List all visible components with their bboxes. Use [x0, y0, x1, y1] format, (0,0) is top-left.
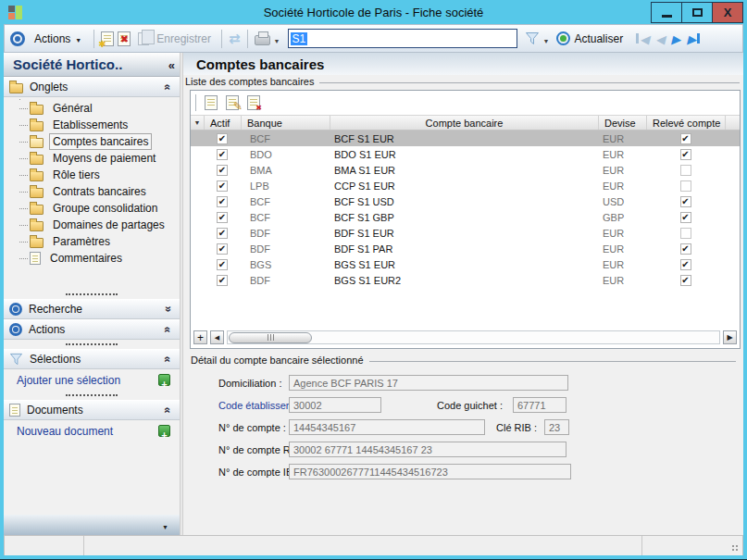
refresh-icon[interactable]	[229, 31, 241, 47]
table-row[interactable]: BDFBDF S1 PAREUR	[191, 241, 740, 256]
last-record-button[interactable]	[685, 30, 702, 48]
column-header-devise[interactable]: Devise	[598, 116, 646, 130]
section-header-documents[interactable]: Documents	[4, 400, 180, 420]
close-button[interactable]: X	[712, 2, 743, 23]
actif-checkbox[interactable]	[217, 149, 228, 160]
grid-edit-button[interactable]	[226, 95, 239, 110]
collapse-section-icon[interactable]	[165, 404, 171, 417]
sidebar-item-comptes-bancaires[interactable]: Comptes bancaires	[4, 133, 180, 150]
releve-checkbox[interactable]	[680, 149, 691, 160]
next-record-button[interactable]	[669, 30, 682, 48]
releve-checkbox[interactable]	[680, 133, 691, 144]
releve-checkbox[interactable]	[680, 275, 691, 286]
sidebar-item-moyens-de-paiement[interactable]: Moyens de paiement	[4, 150, 180, 167]
add-selection-link[interactable]: Ajouter une sélection	[17, 374, 158, 387]
table-row[interactable]: BMABMA S1 EUREUR	[191, 162, 740, 178]
actif-checkbox[interactable]	[217, 180, 228, 192]
table-row[interactable]: BCFBCF S1 EUREUR	[191, 131, 740, 146]
domiciliation-field[interactable]: Agence BCF PARIS 17	[289, 375, 568, 391]
section-header-selections[interactable]: Sélections	[4, 349, 180, 369]
actif-checkbox[interactable]	[217, 259, 228, 270]
actif-checkbox[interactable]	[217, 133, 228, 144]
grid-delete-button[interactable]	[247, 95, 260, 110]
sidebar-splitter[interactable]	[4, 391, 180, 400]
expand-section-icon[interactable]	[165, 303, 171, 316]
sidebar-item-contrats-bancaires[interactable]: Contrats bancaires	[4, 183, 180, 200]
sidebar-splitter[interactable]	[4, 290, 180, 299]
releve-checkbox[interactable]	[680, 243, 691, 255]
column-header-banque[interactable]: Banque	[241, 116, 330, 130]
collapse-section-icon[interactable]	[165, 81, 171, 93]
sidebar-splitter[interactable]	[4, 340, 180, 349]
filter-dropdown-icon[interactable]	[543, 31, 550, 47]
sidebar-item-domaines-de-partages[interactable]: Domaines de partages	[4, 217, 180, 233]
table-row[interactable]: BDFBGS S1 EUR2EUR	[191, 272, 740, 288]
actif-checkbox[interactable]	[217, 212, 228, 223]
sidebar-item-etablissements[interactable]: Etablissements	[4, 117, 180, 133]
resize-grip-icon[interactable]	[731, 544, 740, 553]
releve-checkbox[interactable]	[680, 212, 691, 223]
minimize-button[interactable]	[651, 2, 682, 23]
actif-checkbox[interactable]	[217, 275, 228, 286]
table-row[interactable]: BGSBGS S1 EUREUR	[191, 256, 740, 272]
releve-checkbox[interactable]	[680, 165, 691, 176]
actions-menu-button[interactable]: Actions	[29, 31, 87, 47]
section-header-actions[interactable]: Actions	[4, 319, 180, 340]
filter-icon[interactable]	[525, 31, 540, 45]
save-button[interactable]: Enregistrer	[134, 32, 215, 45]
scrollbar-track[interactable]	[227, 330, 720, 344]
table-row[interactable]: BCFBCF S1 GBPGBP	[191, 209, 740, 225]
code-etablissement-field[interactable]: 30002	[289, 397, 381, 413]
collapse-section-icon[interactable]	[165, 323, 171, 336]
plus-icon[interactable]	[158, 374, 170, 386]
actif-checkbox[interactable]	[217, 165, 228, 176]
column-header-compte[interactable]: Compte bancaire	[330, 116, 598, 130]
sidebar-bottom-expander[interactable]	[4, 515, 180, 535]
scrollbar-thumb[interactable]	[229, 332, 312, 343]
table-row[interactable]: BDOBDO S1 EUREUR	[191, 146, 740, 162]
releve-checkbox[interactable]	[680, 180, 691, 192]
sidebar-item-parametres[interactable]: Paramètres	[4, 233, 180, 250]
plus-icon[interactable]	[158, 425, 170, 437]
section-header-onglets[interactable]: Onglets	[4, 77, 180, 97]
actualiser-label[interactable]: Actualiser	[574, 32, 623, 45]
sidebar-collapse-icon[interactable]	[168, 56, 175, 73]
releve-checkbox[interactable]	[680, 196, 691, 207]
releve-checkbox[interactable]	[680, 228, 691, 239]
actif-checkbox[interactable]	[217, 243, 228, 255]
sidebar-item-role-tiers[interactable]: Rôle tiers	[4, 167, 180, 183]
scroll-right-button[interactable]	[723, 330, 737, 344]
actif-checkbox[interactable]	[217, 228, 228, 239]
sidebar-item-general[interactable]: Général	[4, 100, 180, 117]
actif-checkbox[interactable]	[217, 196, 228, 207]
numero-rib-field[interactable]: 30002 67771 14454345167 23	[289, 442, 566, 457]
sidebar-item-groupe-consolidation[interactable]: Groupe consolidation	[4, 200, 180, 217]
cle-rib-field[interactable]: 23	[544, 419, 569, 435]
search-input[interactable]: S1	[288, 29, 517, 48]
table-row[interactable]: LPBCCP S1 EUREUR	[191, 178, 740, 193]
actualiser-icon[interactable]	[556, 31, 570, 45]
grid-add-row-button[interactable]	[193, 330, 207, 344]
previous-record-button[interactable]	[654, 30, 666, 48]
sidebar-item-commentaires[interactable]: Commentaires	[4, 250, 180, 267]
column-header-actif[interactable]: Actif	[204, 116, 241, 130]
new-document-link[interactable]: Nouveau document	[17, 425, 158, 438]
print-dropdown-icon[interactable]	[274, 31, 280, 47]
table-row[interactable]: BDFBDF S1 EUREUR	[191, 225, 740, 241]
new-record-button[interactable]	[101, 31, 114, 46]
scroll-left-button[interactable]	[210, 330, 224, 344]
code-guichet-field[interactable]: 67771	[513, 397, 566, 413]
section-header-recherche[interactable]: Recherche	[4, 299, 180, 319]
delete-record-button[interactable]	[118, 31, 131, 46]
numero-iban-field[interactable]: FR7630002677711445434516723	[289, 464, 571, 479]
print-button[interactable]	[255, 35, 270, 45]
maximize-button[interactable]	[681, 2, 713, 23]
column-header-releve[interactable]: Relevé compte	[646, 116, 725, 130]
grid-new-button[interactable]	[205, 95, 218, 110]
table-row[interactable]: BCFBCF S1 USDUSD	[191, 193, 740, 209]
first-record-button[interactable]	[634, 30, 651, 48]
grid-header-dropdown-icon[interactable]	[191, 116, 204, 130]
collapse-section-icon[interactable]	[165, 353, 171, 366]
releve-checkbox[interactable]	[680, 259, 691, 270]
numero-compte-field[interactable]: 14454345167	[289, 419, 485, 435]
